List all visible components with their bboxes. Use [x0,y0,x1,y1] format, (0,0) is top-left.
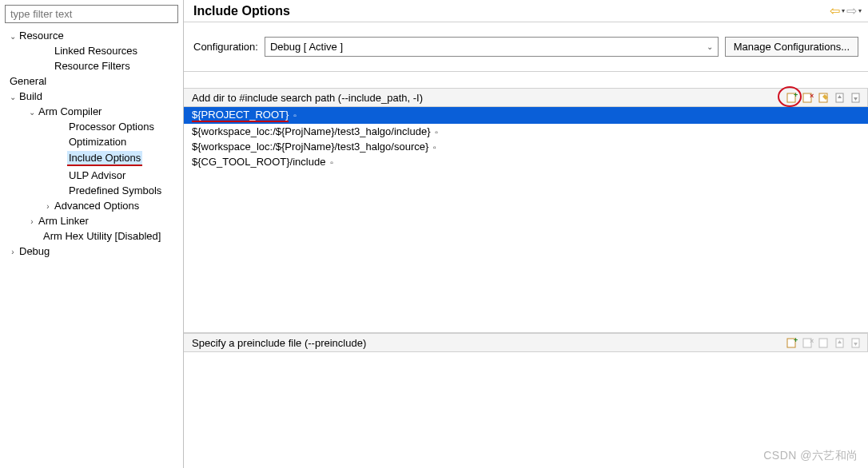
header: Include Options ⇦ ▾ ⇨ ▾ [184,0,868,22]
tree-item-build[interactable]: ⌄Build [3,89,183,104]
tree-item-ulp-advisor[interactable]: ULP Advisor [3,168,183,183]
list-item-text: ${workspace_loc:/${ProjName}/test3_halgo… [192,125,430,137]
move-down-icon[interactable] [850,91,862,104]
add-icon[interactable]: + [786,336,798,349]
tree-item-label: Include Options [67,151,142,166]
ellipsis-icon: ▫ [428,143,436,152]
chevron-icon[interactable]: ⌄ [8,93,18,101]
tree-item-label: General [8,74,48,88]
watermark: CSDN @六艺和尚 [763,449,858,463]
tree-item-predefined-symbols[interactable]: Predefined Symbols [3,183,183,198]
tree-item-optimization[interactable]: Optimization [3,134,183,149]
preinclude-section: Specify a preinclude file (--preinclude)… [184,332,868,468]
include-path-section: Add dir to #include search path (--inclu… [184,88,868,327]
tree-item-label: Resource Filters [53,59,132,73]
delete-icon[interactable]: × [802,91,814,104]
svg-text:+: + [794,92,798,99]
preinclude-title: Specify a preinclude file (--preinclude) [192,337,366,349]
move-down-icon[interactable] [850,336,862,349]
list-item-text: ${workspace_loc:/${ProjName}/test3_halgo… [192,141,428,153]
ellipsis-icon: ▫ [289,111,296,120]
list-item[interactable]: ${workspace_loc:/${ProjName}/test3_halgo… [184,124,868,139]
chevron-icon[interactable]: › [43,202,53,211]
config-label: Configuration: [193,41,258,53]
edit-icon[interactable] [818,336,830,349]
tree-item-label: Processor Options [67,120,156,133]
tree-item-label: Advanced Options [53,199,141,212]
main-panel: Include Options ⇦ ▾ ⇨ ▾ Configuration: D… [184,0,868,468]
svg-text:×: × [810,337,814,345]
forward-menu-icon[interactable]: ▾ [858,7,862,14]
list-item[interactable]: ${CG_TOOL_ROOT}/include ▫ [184,154,868,169]
config-row: Configuration: Debug [ Active ] ⌄ Manage… [184,22,868,72]
list-item-text: ${CG_TOOL_ROOT}/include [192,156,325,168]
tree-item-debug[interactable]: ›Debug [3,244,183,259]
config-value: Debug [ Active ] [270,41,343,53]
svg-rect-11 [819,339,827,347]
ellipsis-icon: ▫ [430,128,437,137]
tree-item-include-options[interactable]: Include Options [3,149,183,168]
include-path-list[interactable]: ${PROJECT_ROOT} ▫${workspace_loc:/${Proj… [184,107,868,327]
preinclude-header: Specify a preinclude file (--preinclude)… [184,333,868,352]
tree-item-label: Optimization [67,135,128,149]
tree-item-label: Arm Compiler [37,105,103,118]
include-path-header: Add dir to #include search path (--inclu… [184,88,868,107]
tree-item-label: Build [18,89,44,103]
edit-icon[interactable] [818,91,830,104]
tree-item-arm-hex-utility-disabled[interactable]: Arm Hex Utility [Disabled] [3,228,183,244]
tree-item-label: ULP Advisor [67,169,127,182]
list-item[interactable]: ${workspace_loc:/${ProjName}/test3_halgo… [184,139,868,154]
chevron-icon[interactable]: ⌄ [8,32,18,41]
list-item[interactable]: ${PROJECT_ROOT} ▫ [184,107,868,124]
add-icon[interactable]: + [786,91,798,104]
preinclude-toolbar: + × [786,336,862,349]
include-path-title: Add dir to #include search path (--inclu… [192,92,423,104]
page-title: Include Options [193,4,290,18]
delete-icon[interactable]: × [802,336,814,349]
tree-item-resource-filters[interactable]: Resource Filters [3,58,183,73]
tree-item-processor-options[interactable]: Processor Options [3,119,183,134]
tree-item-label: Arm Hex Utility [Disabled] [42,229,162,243]
chevron-icon[interactable]: › [27,217,37,226]
tree-item-label: Debug [18,244,51,258]
tree-item-label: Arm Linker [37,214,90,228]
tree-item-label: Resource [18,29,66,42]
back-icon[interactable]: ⇦ [830,3,840,18]
tree-item-general[interactable]: General [3,73,183,89]
tree: ⌄ResourceLinked ResourcesResource Filter… [0,28,183,259]
forward-icon[interactable]: ⇨ [846,3,857,18]
move-up-icon[interactable] [834,91,846,104]
svg-text:+: + [794,337,798,344]
tree-item-advanced-options[interactable]: ›Advanced Options [3,198,183,213]
nav-arrows: ⇦ ▾ ⇨ ▾ [830,3,862,18]
tree-item-arm-compiler[interactable]: ⌄Arm Compiler [3,104,183,119]
back-menu-icon[interactable]: ▾ [842,7,845,14]
chevron-icon[interactable]: › [8,248,18,256]
tree-item-label: Linked Resources [53,44,139,58]
tree-item-linked-resources[interactable]: Linked Resources [3,43,183,58]
filter-input[interactable] [5,5,178,23]
tree-item-arm-linker[interactable]: ›Arm Linker [3,213,183,228]
sidebar: ⌄ResourceLinked ResourcesResource Filter… [0,0,184,468]
chevron-icon[interactable]: ⌄ [27,108,37,117]
include-toolbar: + × [786,91,862,104]
tree-item-label: Predefined Symbols [67,184,163,197]
chevron-down-icon: ⌄ [707,42,713,51]
ellipsis-icon: ▫ [325,158,332,167]
manage-configurations-button[interactable]: Manage Configurations... [725,37,858,57]
config-select[interactable]: Debug [ Active ] ⌄ [265,37,719,57]
tree-item-resource[interactable]: ⌄Resource [3,28,183,43]
list-item-text: ${PROJECT_ROOT} [192,109,289,122]
svg-text:×: × [810,92,814,100]
move-up-icon[interactable] [834,336,846,349]
